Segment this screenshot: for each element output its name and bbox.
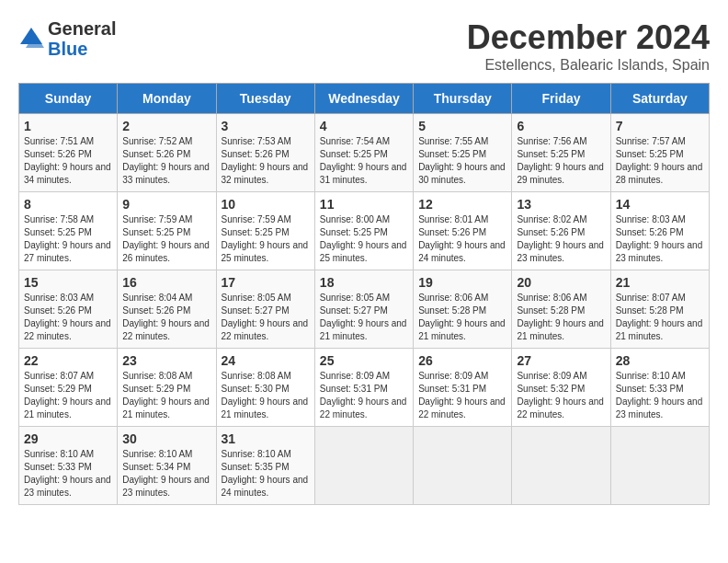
day-number: 20 [517, 275, 605, 290]
calendar-cell: 29 Sunrise: 8:10 AMSunset: 5:33 PMDaylig… [19, 427, 118, 505]
day-number: 5 [418, 119, 506, 133]
day-detail: Sunrise: 8:01 AMSunset: 5:26 PMDaylight:… [418, 213, 506, 265]
day-number: 14 [616, 197, 704, 212]
calendar-cell: 20 Sunrise: 8:06 AMSunset: 5:28 PMDaylig… [512, 270, 610, 349]
calendar-cell: 19 Sunrise: 8:06 AMSunset: 5:28 PMDaylig… [414, 270, 512, 349]
calendar-cell: 10 Sunrise: 7:59 AMSunset: 5:25 PMDaylig… [216, 192, 314, 270]
day-detail: Sunrise: 8:04 AMSunset: 5:26 PMDaylight:… [122, 292, 210, 343]
calendar-week-2: 8 Sunrise: 7:58 AMSunset: 5:25 PMDayligh… [19, 192, 710, 270]
day-number: 3 [222, 119, 310, 133]
day-number: 23 [122, 353, 210, 368]
day-number: 10 [222, 197, 310, 212]
calendar-cell: 16 Sunrise: 8:04 AMSunset: 5:26 PMDaylig… [118, 270, 216, 349]
calendar-cell: 7 Sunrise: 7:57 AMSunset: 5:25 PMDayligh… [610, 114, 709, 192]
day-detail: Sunrise: 8:09 AMSunset: 5:32 PMDaylight:… [517, 370, 605, 421]
calendar-cell: 11 Sunrise: 8:00 AMSunset: 5:25 PMDaylig… [314, 192, 413, 270]
day-number: 2 [122, 119, 210, 133]
calendar-cell: 30 Sunrise: 8:10 AMSunset: 5:34 PMDaylig… [118, 427, 216, 505]
calendar-body: 1 Sunrise: 7:51 AMSunset: 5:26 PMDayligh… [19, 114, 710, 505]
day-number: 22 [24, 353, 112, 368]
logo-general: General [48, 18, 116, 39]
day-number: 28 [616, 353, 704, 368]
day-detail: Sunrise: 8:10 AMSunset: 5:34 PMDaylight:… [122, 448, 210, 500]
calendar-table: SundayMondayTuesdayWednesdayThursdayFrid… [18, 83, 710, 505]
day-number: 27 [517, 353, 605, 368]
day-number: 26 [418, 353, 506, 368]
day-detail: Sunrise: 7:52 AMSunset: 5:26 PMDaylight:… [122, 135, 210, 187]
day-number: 4 [320, 119, 408, 133]
day-detail: Sunrise: 8:09 AMSunset: 5:31 PMDaylight:… [418, 370, 506, 421]
day-number: 29 [24, 431, 112, 446]
calendar-cell [610, 427, 709, 505]
day-detail: Sunrise: 7:51 AMSunset: 5:26 PMDaylight:… [24, 135, 112, 187]
title-area: December 2024 Estellencs, Balearic Islan… [467, 18, 710, 74]
calendar-week-5: 29 Sunrise: 8:10 AMSunset: 5:33 PMDaylig… [19, 427, 710, 505]
day-number: 7 [616, 119, 704, 133]
calendar-week-4: 22 Sunrise: 8:07 AMSunset: 5:29 PMDaylig… [19, 349, 710, 427]
day-detail: Sunrise: 7:57 AMSunset: 5:25 PMDaylight:… [616, 135, 704, 187]
header-day-friday: Friday [512, 84, 610, 114]
location-title: Estellencs, Balearic Islands, Spain [467, 57, 710, 74]
day-number: 24 [222, 353, 310, 368]
day-number: 15 [24, 275, 112, 290]
day-detail: Sunrise: 8:03 AMSunset: 5:26 PMDaylight:… [616, 213, 704, 265]
header: General Blue December 2024 Estellencs, B… [18, 18, 710, 74]
day-detail: Sunrise: 7:56 AMSunset: 5:25 PMDaylight:… [517, 135, 605, 187]
day-detail: Sunrise: 8:03 AMSunset: 5:26 PMDaylight:… [24, 292, 112, 343]
day-detail: Sunrise: 7:54 AMSunset: 5:25 PMDaylight:… [320, 135, 408, 187]
day-detail: Sunrise: 8:10 AMSunset: 5:33 PMDaylight:… [24, 448, 112, 500]
header-day-monday: Monday [118, 84, 216, 114]
calendar-cell: 2 Sunrise: 7:52 AMSunset: 5:26 PMDayligh… [118, 114, 216, 192]
header-day-tuesday: Tuesday [216, 84, 314, 114]
day-detail: Sunrise: 8:10 AMSunset: 5:33 PMDaylight:… [616, 370, 704, 421]
month-title: December 2024 [467, 18, 710, 57]
calendar-cell: 25 Sunrise: 8:09 AMSunset: 5:31 PMDaylig… [314, 349, 413, 427]
day-detail: Sunrise: 8:05 AMSunset: 5:27 PMDaylight:… [320, 292, 408, 343]
calendar-cell: 8 Sunrise: 7:58 AMSunset: 5:25 PMDayligh… [19, 192, 118, 270]
calendar-week-3: 15 Sunrise: 8:03 AMSunset: 5:26 PMDaylig… [19, 270, 710, 349]
day-number: 16 [122, 275, 210, 290]
day-detail: Sunrise: 8:02 AMSunset: 5:26 PMDaylight:… [517, 213, 605, 265]
day-number: 1 [24, 119, 112, 133]
day-detail: Sunrise: 8:05 AMSunset: 5:27 PMDaylight:… [222, 292, 310, 343]
day-detail: Sunrise: 8:06 AMSunset: 5:28 PMDaylight:… [418, 292, 506, 343]
calendar-cell: 5 Sunrise: 7:55 AMSunset: 5:25 PMDayligh… [414, 114, 512, 192]
calendar-header: SundayMondayTuesdayWednesdayThursdayFrid… [19, 84, 710, 114]
calendar-cell: 14 Sunrise: 8:03 AMSunset: 5:26 PMDaylig… [610, 192, 709, 270]
day-number: 31 [222, 431, 310, 446]
calendar-cell: 3 Sunrise: 7:53 AMSunset: 5:26 PMDayligh… [216, 114, 314, 192]
calendar-cell: 24 Sunrise: 8:08 AMSunset: 5:30 PMDaylig… [216, 349, 314, 427]
logo: General Blue [18, 18, 116, 59]
calendar-cell: 13 Sunrise: 8:02 AMSunset: 5:26 PMDaylig… [512, 192, 610, 270]
day-number: 13 [517, 197, 605, 212]
calendar-cell [314, 427, 413, 505]
calendar-cell [512, 427, 610, 505]
day-detail: Sunrise: 8:08 AMSunset: 5:30 PMDaylight:… [222, 370, 310, 421]
calendar-cell: 31 Sunrise: 8:10 AMSunset: 5:35 PMDaylig… [216, 427, 314, 505]
calendar-cell: 28 Sunrise: 8:10 AMSunset: 5:33 PMDaylig… [610, 349, 709, 427]
day-detail: Sunrise: 7:58 AMSunset: 5:25 PMDaylight:… [24, 213, 112, 265]
day-number: 12 [418, 197, 506, 212]
day-detail: Sunrise: 8:07 AMSunset: 5:29 PMDaylight:… [24, 370, 112, 421]
calendar-cell: 23 Sunrise: 8:08 AMSunset: 5:29 PMDaylig… [118, 349, 216, 427]
calendar-cell: 9 Sunrise: 7:59 AMSunset: 5:25 PMDayligh… [118, 192, 216, 270]
header-row: SundayMondayTuesdayWednesdayThursdayFrid… [19, 84, 710, 114]
header-day-saturday: Saturday [610, 84, 709, 114]
calendar-cell: 18 Sunrise: 8:05 AMSunset: 5:27 PMDaylig… [314, 270, 413, 349]
day-detail: Sunrise: 8:10 AMSunset: 5:35 PMDaylight:… [222, 448, 310, 500]
calendar-cell: 17 Sunrise: 8:05 AMSunset: 5:27 PMDaylig… [216, 270, 314, 349]
day-number: 6 [517, 119, 605, 133]
day-number: 17 [222, 275, 310, 290]
day-detail: Sunrise: 7:59 AMSunset: 5:25 PMDaylight:… [122, 213, 210, 265]
day-detail: Sunrise: 8:09 AMSunset: 5:31 PMDaylight:… [320, 370, 408, 421]
day-detail: Sunrise: 7:59 AMSunset: 5:25 PMDaylight:… [222, 213, 310, 265]
day-number: 8 [24, 197, 112, 212]
calendar-cell: 15 Sunrise: 8:03 AMSunset: 5:26 PMDaylig… [19, 270, 118, 349]
day-detail: Sunrise: 8:08 AMSunset: 5:29 PMDaylight:… [122, 370, 210, 421]
header-day-thursday: Thursday [414, 84, 512, 114]
calendar-cell: 4 Sunrise: 7:54 AMSunset: 5:25 PMDayligh… [314, 114, 413, 192]
calendar-cell: 6 Sunrise: 7:56 AMSunset: 5:25 PMDayligh… [512, 114, 610, 192]
calendar-cell: 21 Sunrise: 8:07 AMSunset: 5:28 PMDaylig… [610, 270, 709, 349]
day-number: 30 [122, 431, 210, 446]
calendar-week-1: 1 Sunrise: 7:51 AMSunset: 5:26 PMDayligh… [19, 114, 710, 192]
